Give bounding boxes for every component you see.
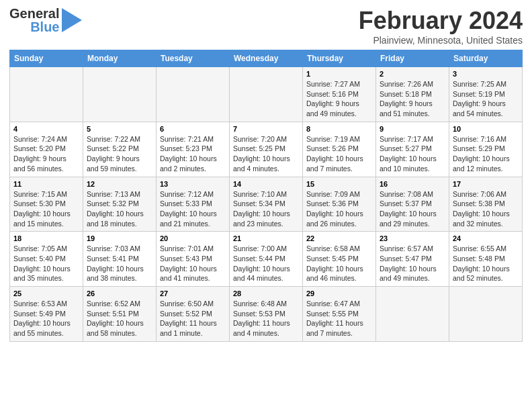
calendar-cell: 11Sunrise: 7:15 AM Sunset: 5:30 PM Dayli…: [10, 177, 83, 232]
day-number: 29: [306, 289, 372, 298]
day-info: Sunrise: 6:55 AM Sunset: 5:48 PM Dayligh…: [453, 244, 519, 283]
day-info: Sunrise: 7:13 AM Sunset: 5:32 PM Dayligh…: [87, 189, 152, 229]
week-row-3: 11Sunrise: 7:15 AM Sunset: 5:30 PM Dayli…: [10, 177, 523, 232]
calendar-cell: 28Sunrise: 6:48 AM Sunset: 5:53 PM Dayli…: [230, 287, 303, 342]
day-info: Sunrise: 7:03 AM Sunset: 5:41 PM Dayligh…: [87, 244, 152, 283]
day-info: Sunrise: 7:26 AM Sunset: 5:18 PM Dayligh…: [380, 79, 445, 119]
calendar-cell: 9Sunrise: 7:17 AM Sunset: 5:27 PM Daylig…: [376, 122, 449, 177]
calendar-cell: 20Sunrise: 7:01 AM Sunset: 5:43 PM Dayli…: [157, 232, 230, 287]
day-number: 28: [233, 289, 299, 298]
calendar-cell: 7Sunrise: 7:20 AM Sunset: 5:25 PM Daylig…: [230, 122, 303, 177]
title-block: February 2024 Plainview, Minnesota, Unit…: [359, 7, 523, 46]
col-sunday: Sunday: [10, 50, 83, 67]
calendar-cell: [449, 287, 523, 342]
calendar-cell: [376, 287, 449, 342]
day-number: 22: [306, 234, 372, 242]
main-title: February 2024: [359, 7, 523, 35]
calendar-cell: 17Sunrise: 7:06 AM Sunset: 5:38 PM Dayli…: [449, 177, 523, 232]
calendar-cell: 21Sunrise: 7:00 AM Sunset: 5:44 PM Dayli…: [230, 232, 303, 287]
calendar-cell: 23Sunrise: 6:57 AM Sunset: 5:47 PM Dayli…: [376, 232, 449, 287]
day-number: 8: [306, 125, 372, 133]
calendar-cell: 6Sunrise: 7:21 AM Sunset: 5:23 PM Daylig…: [157, 122, 230, 177]
calendar-cell: 14Sunrise: 7:10 AM Sunset: 5:34 PM Dayli…: [230, 177, 303, 232]
day-number: 23: [380, 234, 445, 242]
logo-general: General: [9, 7, 59, 20]
calendar-cell: 13Sunrise: 7:12 AM Sunset: 5:33 PM Dayli…: [157, 177, 230, 232]
day-number: 2: [380, 70, 445, 78]
col-wednesday: Wednesday: [230, 50, 303, 67]
day-info: Sunrise: 7:22 AM Sunset: 5:22 PM Dayligh…: [87, 134, 152, 174]
day-number: 21: [233, 234, 299, 242]
day-number: 15: [306, 180, 372, 188]
logo-blue: Blue: [30, 20, 59, 34]
col-tuesday: Tuesday: [157, 50, 230, 67]
week-row-5: 25Sunrise: 6:53 AM Sunset: 5:49 PM Dayli…: [10, 287, 523, 342]
day-info: Sunrise: 7:12 AM Sunset: 5:33 PM Dayligh…: [160, 189, 226, 229]
week-row-1: 1Sunrise: 7:27 AM Sunset: 5:16 PM Daylig…: [10, 67, 523, 122]
day-info: Sunrise: 6:57 AM Sunset: 5:47 PM Dayligh…: [380, 244, 445, 283]
day-number: 7: [233, 125, 299, 133]
calendar-cell: 25Sunrise: 6:53 AM Sunset: 5:49 PM Dayli…: [10, 287, 83, 342]
day-number: 12: [87, 180, 152, 188]
day-info: Sunrise: 7:17 AM Sunset: 5:27 PM Dayligh…: [380, 134, 445, 174]
subtitle: Plainview, Minnesota, United States: [359, 35, 523, 46]
day-info: Sunrise: 6:50 AM Sunset: 5:52 PM Dayligh…: [160, 299, 226, 338]
day-number: 18: [13, 234, 79, 242]
col-friday: Friday: [376, 50, 449, 67]
day-info: Sunrise: 7:24 AM Sunset: 5:20 PM Dayligh…: [13, 134, 79, 174]
day-info: Sunrise: 6:47 AM Sunset: 5:55 PM Dayligh…: [306, 299, 372, 338]
calendar-cell: 5Sunrise: 7:22 AM Sunset: 5:22 PM Daylig…: [83, 122, 157, 177]
calendar-cell: 29Sunrise: 6:47 AM Sunset: 5:55 PM Dayli…: [303, 287, 376, 342]
calendar-cell: 15Sunrise: 7:09 AM Sunset: 5:36 PM Dayli…: [303, 177, 376, 232]
day-number: 17: [453, 180, 519, 188]
day-info: Sunrise: 7:27 AM Sunset: 5:16 PM Dayligh…: [306, 79, 372, 119]
day-info: Sunrise: 7:15 AM Sunset: 5:30 PM Dayligh…: [13, 189, 79, 229]
day-number: 4: [13, 125, 79, 133]
day-info: Sunrise: 7:10 AM Sunset: 5:34 PM Dayligh…: [233, 189, 299, 229]
calendar-cell: 22Sunrise: 6:58 AM Sunset: 5:45 PM Dayli…: [303, 232, 376, 287]
calendar-cell: 12Sunrise: 7:13 AM Sunset: 5:32 PM Dayli…: [83, 177, 157, 232]
col-monday: Monday: [83, 50, 157, 67]
day-number: 26: [87, 289, 152, 298]
calendar-cell: 2Sunrise: 7:26 AM Sunset: 5:18 PM Daylig…: [376, 67, 449, 122]
day-info: Sunrise: 7:06 AM Sunset: 5:38 PM Dayligh…: [453, 189, 519, 229]
logo: General Blue: [9, 7, 82, 34]
day-info: Sunrise: 7:16 AM Sunset: 5:29 PM Dayligh…: [453, 134, 519, 174]
calendar-cell: 27Sunrise: 6:50 AM Sunset: 5:52 PM Dayli…: [157, 287, 230, 342]
col-saturday: Saturday: [449, 50, 523, 67]
calendar-cell: [10, 67, 83, 122]
day-number: 16: [380, 180, 445, 188]
calendar-cell: 8Sunrise: 7:19 AM Sunset: 5:26 PM Daylig…: [303, 122, 376, 177]
calendar-cell: 10Sunrise: 7:16 AM Sunset: 5:29 PM Dayli…: [449, 122, 523, 177]
day-info: Sunrise: 7:09 AM Sunset: 5:36 PM Dayligh…: [306, 189, 372, 229]
day-number: 9: [380, 125, 445, 133]
day-info: Sunrise: 7:00 AM Sunset: 5:44 PM Dayligh…: [233, 244, 299, 283]
day-number: 24: [453, 234, 519, 242]
calendar-cell: 18Sunrise: 7:05 AM Sunset: 5:40 PM Dayli…: [10, 232, 83, 287]
day-number: 27: [160, 289, 226, 298]
day-info: Sunrise: 6:53 AM Sunset: 5:49 PM Dayligh…: [13, 299, 79, 338]
day-info: Sunrise: 6:58 AM Sunset: 5:45 PM Dayligh…: [306, 244, 372, 283]
day-number: 3: [453, 70, 519, 78]
week-row-2: 4Sunrise: 7:24 AM Sunset: 5:20 PM Daylig…: [10, 122, 523, 177]
calendar-cell: 1Sunrise: 7:27 AM Sunset: 5:16 PM Daylig…: [303, 67, 376, 122]
calendar-cell: [83, 67, 157, 122]
calendar-cell: 19Sunrise: 7:03 AM Sunset: 5:41 PM Dayli…: [83, 232, 157, 287]
day-number: 11: [13, 180, 79, 188]
day-number: 13: [160, 180, 226, 188]
day-info: Sunrise: 7:05 AM Sunset: 5:40 PM Dayligh…: [13, 244, 79, 283]
header-row: Sunday Monday Tuesday Wednesday Thursday…: [10, 50, 523, 67]
calendar-cell: [230, 67, 303, 122]
day-info: Sunrise: 7:19 AM Sunset: 5:26 PM Dayligh…: [306, 134, 372, 174]
day-info: Sunrise: 7:21 AM Sunset: 5:23 PM Dayligh…: [160, 134, 226, 174]
day-number: 6: [160, 125, 226, 133]
calendar-cell: 16Sunrise: 7:08 AM Sunset: 5:37 PM Dayli…: [376, 177, 449, 232]
day-number: 25: [13, 289, 79, 298]
day-info: Sunrise: 6:52 AM Sunset: 5:51 PM Dayligh…: [87, 299, 152, 338]
day-info: Sunrise: 6:48 AM Sunset: 5:53 PM Dayligh…: [233, 299, 299, 338]
day-number: 5: [87, 125, 152, 133]
day-number: 1: [306, 70, 372, 78]
day-info: Sunrise: 7:25 AM Sunset: 5:19 PM Dayligh…: [453, 79, 519, 119]
calendar-cell: 24Sunrise: 6:55 AM Sunset: 5:48 PM Dayli…: [449, 232, 523, 287]
header: General Blue February 2024 Plainview, Mi…: [9, 7, 523, 46]
